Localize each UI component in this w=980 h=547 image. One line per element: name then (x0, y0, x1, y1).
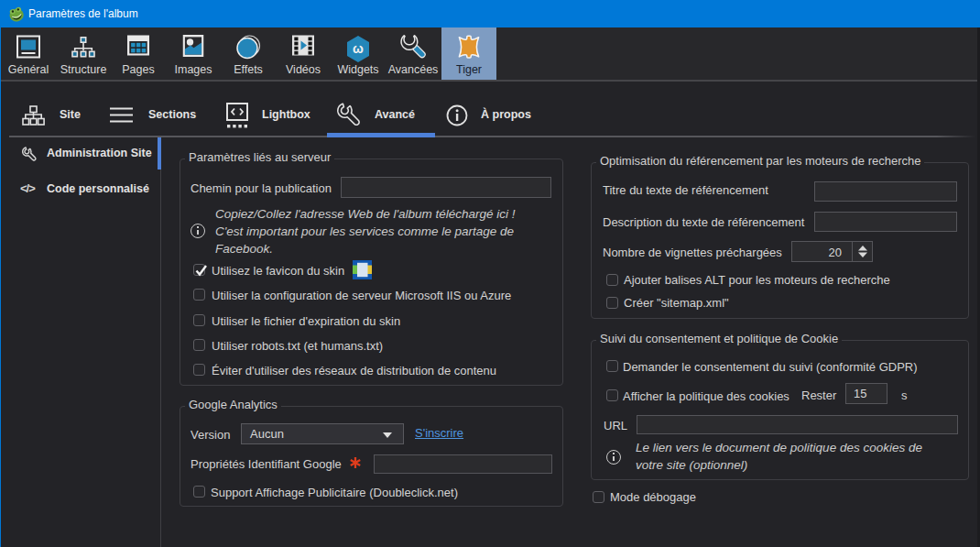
svg-text:ω: ω (353, 41, 364, 56)
